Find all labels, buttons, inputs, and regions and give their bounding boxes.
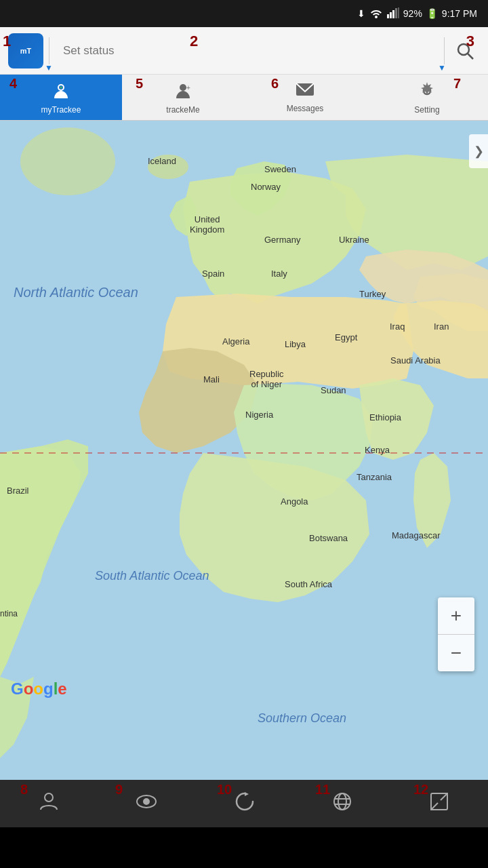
zoom-out-button[interactable]: − — [438, 635, 474, 671]
refresh-icon — [234, 791, 256, 817]
tab-trackeme-label: trackeMe — [166, 105, 199, 115]
status-icons: ⬇ 92% 🔋 9:17 PM — [357, 7, 477, 20]
tab-mytrackee[interactable]: myTrackee — [0, 75, 122, 120]
svg-point-23 — [338, 793, 346, 810]
label-7: 7 — [453, 76, 461, 92]
svg-line-27 — [441, 793, 447, 800]
tab-messages[interactable]: Messages — [244, 75, 366, 120]
mytrackee-icon — [51, 81, 71, 104]
right-arrow-button[interactable]: ❯ — [469, 134, 488, 168]
svg-line-6 — [468, 54, 473, 59]
svg-point-21 — [144, 799, 149, 804]
setting-icon — [417, 81, 437, 104]
label-4: 4 — [9, 76, 17, 92]
label-5: 5 — [136, 76, 143, 92]
svg-line-28 — [431, 803, 438, 810]
svg-point-22 — [334, 793, 350, 810]
bottom-nav-expand[interactable] — [428, 791, 450, 817]
status-input[interactable] — [63, 44, 430, 58]
svg-rect-0 — [387, 14, 389, 18]
bottom-nav-globe[interactable] — [331, 791, 353, 817]
svg-rect-4 — [398, 7, 399, 18]
svg-point-17 — [148, 155, 188, 179]
label-9: 9 — [115, 782, 123, 797]
nav-tabs: 4 myTrackee 5 + trackeMe 6 — [0, 75, 488, 121]
globe-icon — [331, 791, 353, 817]
svg-point-19 — [45, 793, 53, 802]
label-1: 1 — [3, 33, 11, 50]
wifi-icon — [369, 7, 383, 20]
tab-setting[interactable]: Setting — [366, 75, 488, 120]
svg-point-9 — [60, 86, 62, 88]
top-bar: 1 mT ▼ 2 3 ▼ — [0, 27, 488, 75]
battery-icon: 🔋 — [426, 8, 438, 19]
label-3: 3 — [466, 33, 474, 50]
map-area[interactable]: North Atlantic Ocean South Atlantic Ocea… — [0, 121, 488, 780]
tab-mytrackee-label: myTrackee — [41, 105, 81, 115]
google-logo: Google — [11, 679, 67, 698]
svg-rect-2 — [392, 10, 394, 18]
bottom-nav-eye[interactable] — [135, 793, 158, 814]
zoom-controls: + − — [438, 597, 474, 671]
app-logo[interactable]: mT — [8, 33, 43, 68]
messages-icon — [295, 82, 315, 102]
signal-icon — [387, 7, 399, 20]
label-2: 2 — [190, 33, 198, 50]
battery-percent: 92% — [403, 8, 422, 19]
label-11: 11 — [315, 782, 330, 797]
logo-text: mT — [20, 47, 32, 55]
zoom-in-button[interactable]: + — [438, 597, 474, 634]
label-10: 10 — [217, 782, 232, 797]
svg-point-16 — [20, 127, 115, 195]
label-6: 6 — [271, 76, 279, 92]
divider-2 — [444, 37, 445, 64]
label-12: 12 — [413, 782, 428, 797]
status-bar: ⬇ 92% 🔋 9:17 PM — [0, 0, 488, 27]
bottom-nav: 8 9 10 11 — [0, 780, 488, 827]
bottom-nav-refresh[interactable] — [234, 791, 256, 817]
divider-1 — [49, 37, 49, 64]
svg-rect-3 — [395, 8, 397, 18]
search-button[interactable] — [450, 36, 480, 66]
eye-icon — [135, 793, 158, 814]
person-icon — [38, 791, 60, 817]
svg-text:+: + — [186, 84, 190, 92]
label-8: 8 — [20, 782, 28, 797]
status-time: 9:17 PM — [442, 8, 477, 19]
tab-messages-label: Messages — [287, 104, 324, 113]
bottom-nav-person[interactable] — [38, 791, 60, 817]
chevron-down-left: ▼ — [45, 63, 53, 73]
tab-setting-label: Setting — [414, 105, 439, 115]
svg-rect-1 — [390, 12, 392, 18]
expand-icon — [428, 791, 450, 817]
trackeme-icon: + — [173, 81, 193, 104]
svg-point-10 — [180, 84, 186, 91]
download-icon: ⬇ — [357, 8, 365, 19]
chevron-down-right: ▼ — [438, 63, 446, 73]
